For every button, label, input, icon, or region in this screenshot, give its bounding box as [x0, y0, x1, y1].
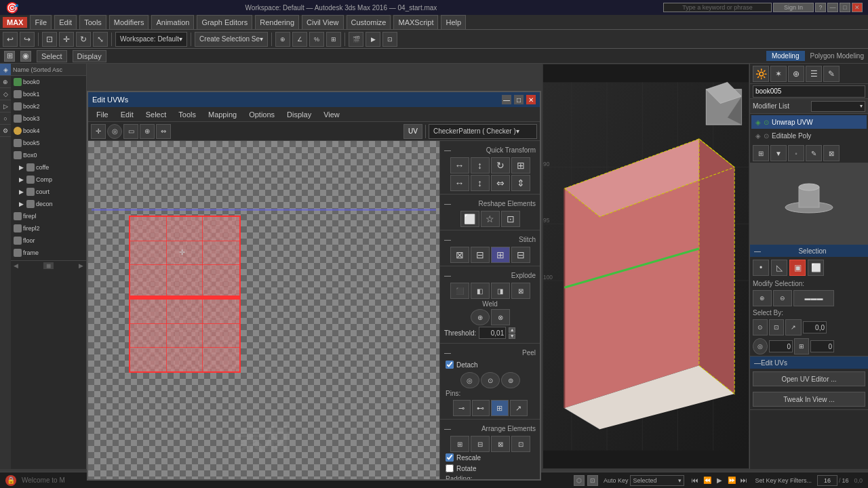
- selection-header[interactable]: — Selection: [750, 245, 868, 257]
- scale-tool[interactable]: ⤡: [93, 32, 108, 47]
- panel-icon-5[interactable]: ✎: [823, 66, 840, 82]
- prev-frame-btn[interactable]: ⏪: [702, 475, 713, 486]
- qt-scale-v[interactable]: ↕: [471, 175, 490, 191]
- stack-btn-3[interactable]: ◦: [788, 145, 804, 161]
- left-tool-1[interactable]: ⊞: [4, 51, 15, 62]
- select-tool[interactable]: ⊡: [42, 32, 57, 47]
- uvw-menu-view[interactable]: View: [318, 109, 345, 120]
- stitch-1[interactable]: ⊠: [450, 247, 469, 263]
- list-item[interactable]: book0: [11, 76, 86, 88]
- viewport-3d[interactable]: 90 95 100: [542, 64, 749, 469]
- peel-header[interactable]: — Peel: [443, 346, 537, 359]
- uvw-maximize-btn[interactable]: □: [514, 95, 524, 104]
- arrange-header[interactable]: — Arrange Elements: [443, 422, 537, 434]
- arrange-btn2[interactable]: ⊟: [471, 436, 490, 452]
- stitch-header[interactable]: — Stitch: [443, 233, 537, 245]
- close-btn[interactable]: ✕: [852, 3, 863, 12]
- reshape-straighten[interactable]: ⬜: [460, 211, 479, 227]
- menu-help[interactable]: Help: [441, 15, 466, 30]
- quick-transform-header[interactable]: — Quick Transform: [443, 144, 537, 156]
- selectby-icon3[interactable]: ⊞: [794, 338, 809, 354]
- list-item[interactable]: firepl: [11, 210, 86, 222]
- vertex-mode[interactable]: •: [753, 260, 769, 276]
- qt-distribute[interactable]: ⊞: [511, 157, 530, 174]
- goto-start-btn[interactable]: ⏮: [690, 475, 701, 486]
- explode-2[interactable]: ◧: [471, 283, 490, 299]
- rotate-tool[interactable]: ↻: [76, 32, 91, 47]
- stack-btn-4[interactable]: ✎: [806, 145, 822, 161]
- menu-graph[interactable]: Graph Editors: [197, 15, 252, 30]
- qt-flip-h[interactable]: ⇔: [491, 175, 510, 191]
- left-tool-2[interactable]: ◉: [20, 51, 31, 62]
- edge-mode[interactable]: ◺: [771, 260, 787, 276]
- maximize-btn[interactable]: □: [840, 3, 850, 12]
- object-name-input[interactable]: [753, 85, 865, 98]
- frame-input[interactable]: [817, 475, 837, 486]
- reshape-header[interactable]: — Reshape Elements: [443, 197, 537, 209]
- motion-tab[interactable]: ▷: [0, 100, 11, 113]
- selectby-val2[interactable]: [769, 340, 793, 352]
- angle-icon[interactable]: ◎: [753, 338, 768, 354]
- uvw-menu-mapping[interactable]: Mapping: [203, 109, 242, 120]
- menu-file[interactable]: File: [30, 15, 52, 30]
- list-item[interactable]: book5: [11, 137, 86, 149]
- panel-icon-4[interactable]: ☰: [806, 66, 822, 82]
- angle-snap-btn[interactable]: ∠: [292, 32, 307, 47]
- list-item[interactable]: ▶decon: [11, 198, 86, 210]
- display-mode-btn[interactable]: Display: [73, 50, 106, 62]
- poly-mode[interactable]: ▣: [789, 260, 806, 276]
- threshold-input[interactable]: [479, 327, 506, 339]
- menu-tools[interactable]: Tools: [79, 15, 106, 30]
- weld-btn1[interactable]: ⊕: [471, 309, 490, 325]
- list-item[interactable]: floor: [11, 235, 86, 247]
- stitch-3[interactable]: ⊞: [491, 247, 510, 263]
- selectby-val3[interactable]: [810, 340, 834, 352]
- help-btn[interactable]: ?: [815, 3, 826, 12]
- explode-4[interactable]: ⊠: [511, 283, 530, 299]
- qt-rotate[interactable]: ↻: [491, 157, 510, 174]
- minimize-btn[interactable]: —: [827, 3, 838, 12]
- create-tab[interactable]: ◈: [0, 64, 11, 76]
- time-mode-btn[interactable]: ⊡: [587, 475, 598, 486]
- rescale-checkbox[interactable]: [446, 453, 454, 462]
- spinner-snap-btn[interactable]: ⊞: [326, 32, 341, 47]
- uv-cursor[interactable]: ✛: [179, 248, 184, 253]
- uvw-freeform-icon[interactable]: ◎: [107, 124, 122, 139]
- pin-btn1[interactable]: ⊸: [453, 400, 471, 416]
- uvw-menu-file[interactable]: File: [91, 109, 114, 120]
- pattern-dropdown[interactable]: CheckerPattern ( Checker ) ▾: [429, 124, 537, 139]
- uv-island-bottom[interactable]: [129, 298, 241, 373]
- stitch-2[interactable]: ⊟: [471, 247, 490, 263]
- display-tab[interactable]: ○: [0, 113, 11, 125]
- undo-btn[interactable]: ↩: [3, 32, 18, 47]
- uvw-menu-display[interactable]: Display: [281, 109, 317, 120]
- qt-flip-v[interactable]: ⇕: [511, 175, 530, 191]
- panel-icon-2[interactable]: ✶: [770, 66, 787, 82]
- list-item[interactable]: ▶Comp: [11, 174, 86, 186]
- loop-btn[interactable]: ▬▬▬: [793, 290, 834, 306]
- goto-end-btn[interactable]: ⏭: [738, 475, 749, 486]
- uv-island-top[interactable]: ✛: [129, 216, 241, 297]
- peel-btn3[interactable]: ⊚: [501, 372, 520, 388]
- move-tool[interactable]: ✛: [59, 32, 74, 47]
- modeling-btn[interactable]: Modeling: [766, 51, 805, 61]
- next-frame-btn[interactable]: ⏩: [726, 475, 737, 486]
- menu-edit[interactable]: Edit: [54, 15, 77, 30]
- threshold-spinners[interactable]: ▲ ▼: [509, 327, 515, 339]
- menu-rendering[interactable]: Rendering: [255, 15, 299, 30]
- grow-btn[interactable]: ⊕: [753, 290, 772, 306]
- reshape-unfold[interactable]: ⊡: [501, 211, 520, 227]
- uvw-close-btn[interactable]: ✕: [526, 95, 536, 104]
- list-item[interactable]: frame: [11, 247, 86, 259]
- arrange-btn3[interactable]: ⊠: [491, 436, 510, 452]
- stack-btn-1[interactable]: ⊞: [753, 145, 769, 161]
- hierarchy-tab[interactable]: ◇: [0, 88, 11, 100]
- list-item[interactable]: book2: [11, 100, 86, 113]
- explode-1[interactable]: ⬛: [450, 283, 469, 299]
- uvw-rect-icon[interactable]: ▭: [123, 124, 138, 139]
- snap-btn[interactable]: ⊕: [275, 32, 290, 47]
- panel-icon-1[interactable]: 🔆: [753, 66, 769, 82]
- tweak-view-btn[interactable]: Tweak In View ...: [753, 392, 865, 407]
- list-scroll-area[interactable]: ◀ ◼ ▶: [11, 260, 86, 270]
- select-mode-btn[interactable]: Select: [37, 50, 67, 62]
